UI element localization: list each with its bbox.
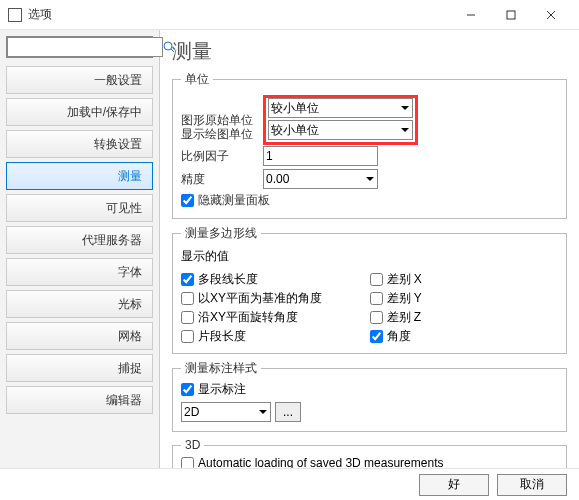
chk-left-3[interactable]: [181, 330, 194, 343]
anno-group: 测量标注样式 显示标注 2D ...: [172, 360, 567, 432]
chk-right-2[interactable]: [370, 311, 383, 324]
sidebar-item-2[interactable]: 转换设置: [6, 130, 153, 158]
close-button[interactable]: [531, 0, 571, 30]
anno-mode-select[interactable]: 2D: [181, 402, 271, 422]
minimize-button[interactable]: [451, 0, 491, 30]
chk-left-1-label: 以XY平面为基准的角度: [198, 290, 322, 307]
disp-unit-label: 显示绘图单位: [181, 126, 259, 143]
anno-more-button[interactable]: ...: [275, 402, 301, 422]
precision-label: 精度: [181, 171, 259, 188]
units-legend: 单位: [181, 71, 213, 88]
sidebar-item-3[interactable]: 测量: [6, 162, 153, 190]
3d-group: 3D Automatic loading of saved 3D measure…: [172, 438, 567, 468]
chk-left-2[interactable]: [181, 311, 194, 324]
sidebar: 一般设置加载中/保存中转换设置测量可见性代理服务器字体光标网格捕捉编辑器: [0, 30, 160, 468]
chk-right-1[interactable]: [370, 292, 383, 305]
3d-legend: 3D: [181, 438, 204, 452]
ok-button[interactable]: 好: [419, 474, 489, 496]
chk-right-3-label: 角度: [387, 328, 411, 345]
auto3d-checkbox[interactable]: [181, 457, 194, 469]
maximize-button[interactable]: [491, 0, 531, 30]
hide-panel-label: 隐藏测量面板: [198, 192, 270, 209]
window-title: 选项: [28, 6, 451, 23]
scale-input[interactable]: [263, 146, 378, 166]
disp-unit-select[interactable]: 较小单位: [268, 120, 413, 140]
chk-left-1[interactable]: [181, 292, 194, 305]
footer: 好 取消: [0, 468, 579, 500]
sidebar-item-5[interactable]: 代理服务器: [6, 226, 153, 254]
main-panel: 测量 单位 图形原始单位 较小单位 较小单位 显示绘图单位 比例因子 精度 0.…: [160, 30, 579, 468]
chk-right-0[interactable]: [370, 273, 383, 286]
page-title: 测量: [172, 38, 567, 65]
scale-label: 比例因子: [181, 148, 259, 165]
sidebar-item-9[interactable]: 捕捉: [6, 354, 153, 382]
chk-right-3[interactable]: [370, 330, 383, 343]
auto3d-label: Automatic loading of saved 3D measuremen…: [198, 456, 443, 468]
anno-legend: 测量标注样式: [181, 360, 261, 377]
app-icon: [8, 8, 22, 22]
polyline-group: 测量多边形线 显示的值 多段线长度以XY平面为基准的角度沿XY平面旋转角度片段长…: [172, 225, 567, 354]
chk-right-2-label: 差别 Z: [387, 309, 422, 326]
chk-right-1-label: 差别 Y: [387, 290, 422, 307]
polyline-legend: 测量多边形线: [181, 225, 261, 242]
units-group: 单位 图形原始单位 较小单位 较小单位 显示绘图单位 比例因子 精度 0.00: [172, 71, 567, 219]
show-anno-label: 显示标注: [198, 381, 246, 398]
sidebar-item-4[interactable]: 可见性: [6, 194, 153, 222]
chk-right-0-label: 差别 X: [387, 271, 422, 288]
chk-left-0[interactable]: [181, 273, 194, 286]
sidebar-item-10[interactable]: 编辑器: [6, 386, 153, 414]
chk-left-2-label: 沿XY平面旋转角度: [198, 309, 298, 326]
show-anno-checkbox[interactable]: [181, 383, 194, 396]
cancel-button[interactable]: 取消: [497, 474, 567, 496]
sidebar-item-8[interactable]: 网格: [6, 322, 153, 350]
search-input[interactable]: [7, 37, 163, 57]
sidebar-item-1[interactable]: 加载中/保存中: [6, 98, 153, 126]
svg-rect-1: [507, 11, 515, 19]
sidebar-item-7[interactable]: 光标: [6, 290, 153, 318]
orig-unit-select[interactable]: 较小单位: [268, 98, 413, 118]
sidebar-item-6[interactable]: 字体: [6, 258, 153, 286]
sidebar-item-0[interactable]: 一般设置: [6, 66, 153, 94]
show-values-label: 显示的值: [181, 248, 558, 265]
unit-highlight-box: 较小单位 较小单位: [263, 95, 418, 145]
chk-left-3-label: 片段长度: [198, 328, 246, 345]
chk-left-0-label: 多段线长度: [198, 271, 258, 288]
precision-select[interactable]: 0.00: [263, 169, 378, 189]
hide-panel-checkbox[interactable]: [181, 194, 194, 207]
search-box: [6, 36, 153, 58]
